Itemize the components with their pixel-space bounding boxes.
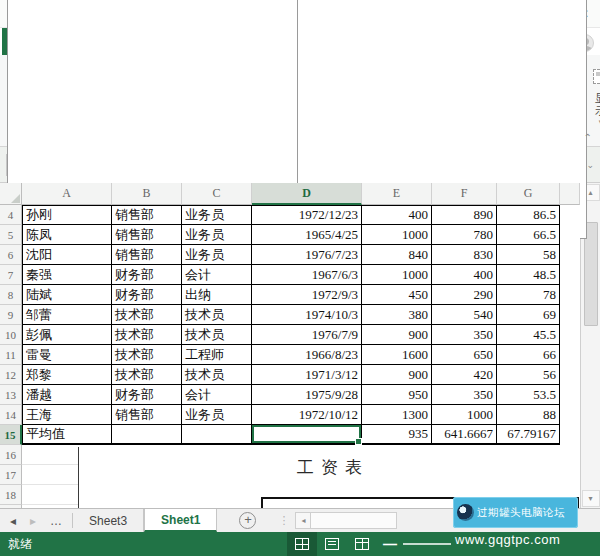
column-header-F[interactable]: F xyxy=(432,183,497,205)
cell-B11[interactable]: 技术部 xyxy=(112,345,182,365)
next-sheet-icon[interactable]: ▸ xyxy=(30,514,36,528)
cell-C11[interactable]: 工程师 xyxy=(182,345,252,365)
cell-E8[interactable]: 450 xyxy=(362,285,432,305)
cell-A11[interactable]: 雷曼 xyxy=(22,345,112,365)
zoom-slider-track[interactable] xyxy=(403,543,451,545)
cell-B12[interactable]: 技术部 xyxy=(112,365,182,385)
page-break-view-button[interactable] xyxy=(347,532,377,556)
cell-A10[interactable]: 彭佩 xyxy=(22,325,112,345)
cell-D10[interactable]: 1976/7/9 xyxy=(252,325,362,345)
scroll-left-icon[interactable]: ◂ xyxy=(295,512,311,529)
row-header-6[interactable]: 6 xyxy=(0,245,22,265)
row-header-8[interactable]: 8 xyxy=(0,285,22,305)
cell-A14[interactable]: 王海 xyxy=(22,405,112,425)
cell-E13[interactable]: 950 xyxy=(362,385,432,405)
collapse-ribbon-icon[interactable]: ⌃ xyxy=(584,132,592,143)
cell-B8[interactable]: 财务部 xyxy=(112,285,182,305)
sheet-tab-sheet1[interactable]: Sheet1 xyxy=(144,509,217,532)
cell-F13[interactable]: 350 xyxy=(432,385,497,405)
scroll-down-icon[interactable]: ▾ xyxy=(582,490,600,507)
column-header-A[interactable]: A xyxy=(22,183,112,205)
tab-scroll-splitter[interactable]: ⋮ xyxy=(278,514,289,527)
cell-C9[interactable]: 技术员 xyxy=(182,305,252,325)
cell-A6[interactable]: 沈阳 xyxy=(22,245,112,265)
cell-A9[interactable]: 邹蕾 xyxy=(22,305,112,325)
cell-G10[interactable]: 45.5 xyxy=(497,325,560,345)
column-header-B[interactable]: B xyxy=(112,183,182,205)
cell-D5[interactable]: 1965/4/25 xyxy=(252,225,362,245)
cell-E9[interactable]: 380 xyxy=(362,305,432,325)
cell-E4[interactable]: 400 xyxy=(362,205,432,225)
cell-E5[interactable]: 1000 xyxy=(362,225,432,245)
cell-B4[interactable]: 销售部 xyxy=(112,205,182,225)
cell-G6[interactable]: 58 xyxy=(497,245,560,265)
cell-B13[interactable]: 财务部 xyxy=(112,385,182,405)
row-header-7[interactable]: 7 xyxy=(0,265,22,285)
cell-C6[interactable]: 业务员 xyxy=(182,245,252,265)
cell-A8[interactable]: 陆斌 xyxy=(22,285,112,305)
column-header-E[interactable]: E xyxy=(362,183,432,205)
row-header-18[interactable]: 18 xyxy=(0,485,22,505)
cell-C5[interactable]: 业务员 xyxy=(182,225,252,245)
cell-F4[interactable]: 890 xyxy=(432,205,497,225)
row-header-13[interactable]: 13 xyxy=(0,385,22,405)
cell-B10[interactable]: 技术部 xyxy=(112,325,182,345)
row-header-11[interactable]: 11 xyxy=(0,345,22,365)
cell-E10[interactable]: 900 xyxy=(362,325,432,345)
row-header-12[interactable]: 12 xyxy=(0,365,22,385)
cell-D15[interactable] xyxy=(252,425,362,445)
cell-A4[interactable]: 孙刚 xyxy=(22,205,112,225)
cell-F12[interactable]: 420 xyxy=(432,365,497,385)
cell-G13[interactable]: 53.5 xyxy=(497,385,560,405)
row-header-10[interactable]: 10 xyxy=(0,325,22,345)
cell-C14[interactable]: 业务员 xyxy=(182,405,252,425)
cell-B5[interactable]: 销售部 xyxy=(112,225,182,245)
cell-F5[interactable]: 780 xyxy=(432,225,497,245)
cell-D8[interactable]: 1972/9/3 xyxy=(252,285,362,305)
cell-F8[interactable]: 290 xyxy=(432,285,497,305)
row-header-15[interactable]: 15 xyxy=(0,425,22,445)
cell-A13[interactable]: 潘越 xyxy=(22,385,112,405)
cell-F10[interactable]: 350 xyxy=(432,325,497,345)
cell-B9[interactable]: 技术部 xyxy=(112,305,182,325)
cell-G9[interactable]: 69 xyxy=(497,305,560,325)
cell-D9[interactable]: 1974/10/3 xyxy=(252,305,362,325)
cell-C8[interactable]: 出纳 xyxy=(182,285,252,305)
cell-E14[interactable]: 1300 xyxy=(362,405,432,425)
cell-G4[interactable]: 86.5 xyxy=(497,205,560,225)
cell-E6[interactable]: 840 xyxy=(362,245,432,265)
cell-F11[interactable]: 650 xyxy=(432,345,497,365)
cell-C10[interactable]: 技术员 xyxy=(182,325,252,345)
previous-sheet-icon[interactable]: ◂ xyxy=(10,514,16,528)
column-header-C[interactable]: C xyxy=(182,183,252,205)
cell-A7[interactable]: 秦强 xyxy=(22,265,112,285)
horizontal-scroll-track[interactable] xyxy=(311,512,397,529)
cell-A12[interactable]: 郑黎 xyxy=(22,365,112,385)
expand-formula-bar-icon[interactable]: ⌄ xyxy=(586,160,594,170)
cell-B14[interactable]: 销售部 xyxy=(112,405,182,425)
new-sheet-button[interactable]: + xyxy=(239,512,256,529)
zoom-out-button[interactable]: — xyxy=(383,536,397,552)
normal-view-button[interactable] xyxy=(287,532,317,556)
select-all-corner[interactable] xyxy=(0,183,22,205)
cell-F7[interactable]: 400 xyxy=(432,265,497,285)
cell-C7[interactable]: 会计 xyxy=(182,265,252,285)
cell-E11[interactable]: 1600 xyxy=(362,345,432,365)
row-header-4[interactable]: 4 xyxy=(0,205,22,225)
show-button[interactable]: 显示 ▾ xyxy=(590,60,600,126)
cell-F9[interactable]: 540 xyxy=(432,305,497,325)
cell-E12[interactable]: 900 xyxy=(362,365,432,385)
row-header-14[interactable]: 14 xyxy=(0,405,22,425)
cell-A15[interactable]: 平均值 xyxy=(22,425,112,445)
cell-A5[interactable]: 陈凤 xyxy=(22,225,112,245)
cell-D12[interactable]: 1971/3/12 xyxy=(252,365,362,385)
sheet-overflow-icon[interactable]: … xyxy=(50,514,62,528)
cell-G11[interactable]: 66 xyxy=(497,345,560,365)
cell-G12[interactable]: 56 xyxy=(497,365,560,385)
cell-E15[interactable]: 935 xyxy=(362,425,432,445)
cell-E7[interactable]: 1000 xyxy=(362,265,432,285)
cell-D6[interactable]: 1976/7/23 xyxy=(252,245,362,265)
cell-C12[interactable]: 技术员 xyxy=(182,365,252,385)
cell-G15[interactable]: 67.79167 xyxy=(497,425,560,445)
cell-G14[interactable]: 88 xyxy=(497,405,560,425)
